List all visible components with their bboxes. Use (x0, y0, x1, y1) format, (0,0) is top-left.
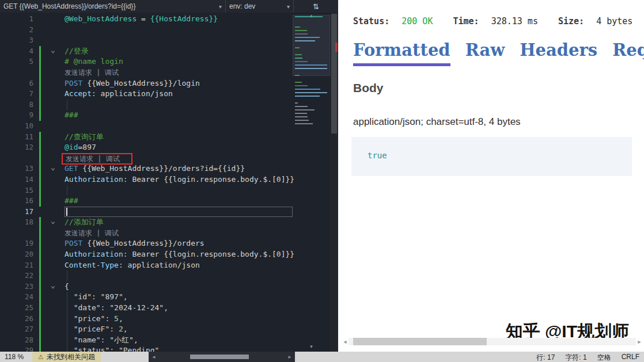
fold-chevron-icon[interactable]: ⌄ (51, 280, 55, 291)
codelens-separator: | (93, 155, 106, 163)
code-line: 13⌄GET {{Web_HostAddress}}/orders?id={{i… (0, 163, 293, 174)
code-line: 1@Web_HostAddress = {{HostAddress}} (0, 14, 293, 25)
code-token: //查询订单 (65, 132, 104, 141)
response-tabs: FormattedRawHeadersRequest (353, 40, 644, 66)
code-content: POST {{Web_HostAddress}}/login (65, 78, 293, 89)
debug-link[interactable]: 调试 (106, 155, 120, 163)
git-change-bar (39, 153, 41, 164)
code-content: Accept: application/json (65, 89, 293, 100)
line-number: 9 (0, 110, 33, 121)
code-editor[interactable]: 1@Web_HostAddress = {{HostAddress}}234⌄/… (0, 13, 338, 352)
minimap-slider[interactable] (293, 15, 330, 76)
split-editor-icon[interactable]: ⇅ (294, 2, 338, 11)
send-request-link[interactable]: 发送请求 (65, 229, 92, 237)
cursor-char-indicator[interactable]: 字符: 1 (565, 353, 586, 362)
code-content: "id": "897", (65, 292, 293, 303)
send-request-link[interactable]: 发送请求 (65, 68, 92, 77)
editor-horizontal-scrollbar[interactable]: ◄ ► (149, 352, 295, 362)
scroll-left-icon[interactable]: ◄ (342, 339, 348, 345)
code-line: 18⌄//添加订单 (0, 217, 293, 228)
minimap-line (295, 106, 308, 107)
scrollbar-track[interactable] (348, 338, 636, 345)
scrollbar-thumb[interactable] (190, 355, 249, 359)
debug-link[interactable]: 调试 (105, 229, 119, 237)
code-token: , (123, 325, 128, 333)
git-change-bar (39, 46, 41, 57)
minimap-line (295, 120, 309, 121)
line-number: 1 (0, 14, 33, 25)
gutter (0, 67, 65, 78)
scroll-left-icon[interactable]: ◄ (151, 355, 156, 360)
line-number: 14 (0, 174, 33, 185)
response-body-value: true (368, 151, 387, 160)
minimap-line (295, 61, 308, 62)
line-number: 4 (0, 46, 33, 57)
code-content: { (65, 281, 293, 292)
scroll-down-icon[interactable]: ▼ (293, 344, 330, 349)
fold-chevron-icon[interactable]: ⌄ (51, 162, 55, 173)
minimap-line (295, 47, 300, 48)
code-token: @id (65, 143, 78, 151)
status-bar: 118 % ⚠ 未找到相关问题 ◄ ► 行: 17 字符: 1 空格 CRLF (0, 352, 644, 362)
gutter: 12 (0, 142, 65, 153)
gutter: 7 (0, 89, 65, 100)
code-content: 发送请求 | 调试 (65, 228, 293, 239)
code-content: 发送请求 | 调试 (65, 67, 293, 78)
cursor-line-indicator[interactable]: 行: 17 (536, 353, 555, 362)
tab-request[interactable]: Request (612, 40, 644, 66)
scroll-right-icon[interactable]: ► (287, 355, 292, 360)
line-number: 13 (0, 163, 33, 174)
request-selector-value: GET {{Web_HostAddress}}/orders?id={{id}} (3, 2, 135, 10)
gutter: 6 (0, 78, 65, 89)
response-horizontal-scrollbar[interactable]: ◄ ► (342, 337, 643, 346)
code-token: =897 (78, 143, 96, 151)
code-content: POST {{Web_HostAddress}}/orders (65, 238, 293, 249)
code-content: //登录 (65, 46, 293, 57)
code-token: {{Web_HostAddress}}/orders?id={{id}} (82, 164, 245, 173)
code-content: Authorization: Bearer {{login.response.b… (65, 174, 294, 185)
environment-selector[interactable]: env: dev ▾ (226, 0, 294, 13)
vertical-scrollbar-thumb[interactable] (331, 14, 337, 134)
zoom-level[interactable]: 118 % (5, 353, 24, 361)
gutter: 13⌄ (0, 163, 65, 174)
send-request-link[interactable]: 发送请求 (66, 155, 93, 163)
minimap-line (295, 96, 320, 97)
indent-indicator[interactable]: 空格 (597, 353, 611, 362)
tab-formatted[interactable]: Formatted (353, 40, 450, 66)
git-change-bar (39, 314, 41, 325)
gutter: 21 (0, 260, 65, 271)
code-content: @Web_HostAddress = {{HostAddress}} (65, 14, 293, 25)
code-line: 8 (0, 100, 293, 110)
minimap-line (295, 92, 327, 93)
eol-indicator[interactable]: CRLF (622, 353, 639, 362)
response-panel: Status: 200 OK Time: 328.13 ms Size: 4 b… (338, 0, 644, 352)
send-request-codelens: 发送请求 | 调试 (65, 68, 119, 77)
tab-headers[interactable]: Headers (520, 40, 597, 66)
debug-link[interactable]: 调试 (105, 68, 119, 77)
code-token: //添加订单 (65, 218, 104, 226)
environment-selector-value: env: dev (229, 2, 255, 10)
fold-chevron-icon[interactable]: ⌄ (51, 45, 55, 56)
code-content: GET {{Web_HostAddress}}/orders?id={{id}} (65, 163, 293, 174)
scrollbar-thumb[interactable] (353, 338, 487, 345)
vertical-scrollbar[interactable] (330, 13, 338, 352)
tab-raw[interactable]: Raw (465, 40, 505, 66)
request-selector[interactable]: GET {{Web_HostAddress}}/orders?id={{id}}… (0, 0, 226, 13)
code-token: POST (65, 79, 87, 87)
overview-ruler-mark (335, 43, 338, 52)
code-content (65, 121, 293, 132)
line-number: 27 (0, 324, 33, 335)
code-token: Authorization: (65, 175, 128, 184)
code-line: 21Content-Type: application/json (0, 260, 293, 271)
fold-chevron-icon[interactable]: ⌄ (51, 216, 55, 227)
minimap[interactable]: ▲ ▼ (293, 13, 330, 352)
codelens-separator: | (92, 229, 105, 237)
line-number: 16 (0, 196, 33, 207)
code-token: ### (65, 110, 78, 119)
scroll-right-icon[interactable]: ► (636, 339, 643, 345)
problems-status[interactable]: ⚠ 未找到相关问题 (32, 352, 101, 362)
git-change-bar (39, 132, 41, 143)
code-line: 27 "priceF": 2, (0, 324, 293, 335)
gutter: 11 (0, 132, 65, 143)
git-change-bar (39, 67, 41, 78)
